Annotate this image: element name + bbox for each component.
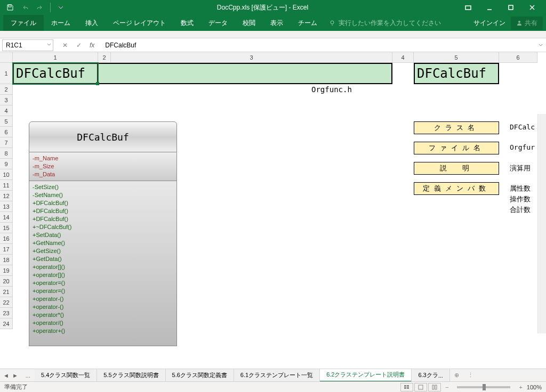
maximize-icon[interactable] [500,0,521,15]
zoom-slider[interactable] [457,386,510,388]
sheet-tab-1[interactable]: 5.4クラス関数一覧 [35,369,97,382]
uml-op: +~DFCalcBuf() [33,223,173,231]
row-header[interactable]: 13 [0,201,12,212]
signin-link[interactable]: サインイン [473,19,505,28]
accept-formula-icon[interactable]: ✓ [73,40,85,51]
share-button[interactable]: 共有 [511,17,543,30]
row-header[interactable]: 4 [0,105,12,116]
zoom-in-icon[interactable]: + [519,384,522,390]
cell-r1c5[interactable]: DFCalcBuf [414,63,499,84]
uml-op: +operator[]() [33,263,173,271]
row-header[interactable]: 20 [0,276,12,287]
uml-op: +DFCalcBuf() [33,215,173,223]
tab-file[interactable]: ファイル [3,15,44,31]
save-icon[interactable] [3,2,17,13]
page-layout-view-icon[interactable] [414,383,427,391]
col-header[interactable]: 1 [13,52,98,62]
row-header[interactable]: 19 [0,265,12,276]
uml-op: -SetSize() [33,183,173,191]
expand-formula-icon[interactable] [535,43,546,48]
tab-menu-icon[interactable]: ⋮ [463,372,478,379]
zoom-out-icon[interactable]: − [445,384,448,390]
vertical-scrollbar[interactable] [537,114,546,333]
status-text: 準備完了 [4,383,28,391]
fx-icon[interactable]: fx [90,42,94,49]
orgfunc-text: Orgfunc.h [311,85,352,94]
row-header[interactable]: 1 [0,63,12,84]
row-header[interactable]: 24 [0,318,12,329]
row-header[interactable]: 10 [0,169,12,180]
row-header[interactable]: 18 [0,255,12,265]
row-header[interactable]: 5 [0,116,12,127]
row-header[interactable]: 6 [0,127,12,137]
svg-rect-14 [432,385,434,389]
row-header[interactable]: 17 [0,244,12,255]
row-header[interactable]: 21 [0,287,12,297]
sheet-tab-6[interactable]: 6.3クラ ... [412,369,449,382]
cancel-formula-icon[interactable]: ✕ [59,40,71,51]
col-header[interactable]: 2 [98,52,111,62]
uml-op: +operator-() [33,295,173,303]
tab-view[interactable]: 表示 [263,15,291,31]
add-sheet-icon[interactable]: ⊕ [450,372,463,379]
tab-nav-next-icon[interactable]: ► [12,372,18,379]
tab-data[interactable]: データ [201,15,235,31]
qat-customize-icon[interactable] [54,2,68,13]
value-desc: 演算用 [510,164,531,173]
window-title: DocCpp.xls [保護ビュー] - Excel [68,3,457,12]
undo-icon[interactable] [18,2,32,13]
select-all-corner[interactable] [0,52,13,63]
uml-op: +operator=() [33,279,173,287]
minimize-icon[interactable] [479,0,500,15]
normal-view-icon[interactable] [400,383,413,391]
row-header[interactable]: 12 [0,191,12,201]
sheet-tab-4[interactable]: 6.1クラステンプレート一覧 [234,369,320,382]
tab-overflow[interactable]: ... [21,372,35,379]
tab-formulas[interactable]: 数式 [173,15,201,31]
svg-rect-15 [435,385,437,389]
row-header[interactable]: 2 [0,84,12,95]
tell-me-search[interactable]: 実行したい作業を入力してください [329,19,441,28]
close-icon[interactable] [521,0,543,15]
tab-layout[interactable]: ページ レイアウト [106,15,173,31]
uml-op: +GetName() [33,239,173,247]
row-header[interactable]: 7 [0,137,12,148]
row-header[interactable]: 8 [0,148,12,159]
svg-point-6 [331,21,334,24]
label-members: 定義メンバ数 [414,182,499,195]
tab-team[interactable]: チーム [291,15,325,31]
row-header[interactable]: 11 [0,180,12,191]
col-header[interactable]: 5 [414,52,499,62]
page-break-view-icon[interactable] [428,383,441,391]
chevron-down-icon[interactable] [46,42,52,49]
row-header[interactable]: 9 [0,159,12,169]
row-header[interactable]: 3 [0,95,12,105]
sheet-tab-5[interactable]: 6.2クラステンプレート説明書 [320,369,412,382]
name-box[interactable]: R1C1 [2,39,53,51]
formula-bar[interactable] [101,39,535,51]
tab-home[interactable]: ホーム [44,15,78,31]
uml-op: +operator-() [33,303,173,311]
cell-merged-b1[interactable] [98,63,392,84]
tab-insert[interactable]: 挿入 [78,15,106,31]
row-header[interactable]: 14 [0,212,12,223]
row-header[interactable]: 15 [0,223,12,233]
zoom-level[interactable]: 100% [527,384,542,390]
col-header[interactable]: 6 [499,52,537,62]
col-header[interactable]: 4 [392,52,414,62]
row-header[interactable]: 22 [0,297,12,308]
uml-op: +operator*() [33,311,173,319]
row-header[interactable]: 16 [0,233,12,244]
uml-op: -SetName() [33,191,173,199]
tab-nav-prev-icon[interactable]: ◄ [3,372,9,379]
sheet-tab-2[interactable]: 5.5クラス関数説明書 [97,369,165,382]
row-header[interactable]: 23 [0,308,12,318]
tab-review[interactable]: 校閲 [235,15,263,31]
redo-icon[interactable] [33,2,47,13]
ribbon-options-icon[interactable] [457,0,479,15]
cell-r1c1[interactable]: DFCalcBuf [13,63,98,84]
sheet-tab-3[interactable]: 5.6クラス関数定義書 [166,369,234,382]
col-header[interactable]: 3 [111,52,392,62]
uml-diagram: DFCalcBuf -m_Name-m_Size-m_Data -SetSize… [29,121,177,346]
svg-rect-3 [509,5,513,10]
